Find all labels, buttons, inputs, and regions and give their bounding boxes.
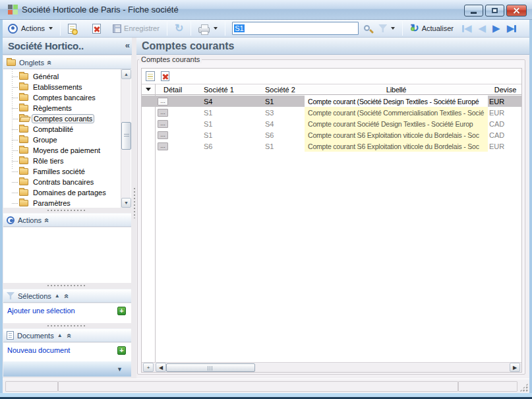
scroll-down-button[interactable]: ▼ <box>121 198 131 208</box>
cell-libelle: Compte courant Société Design Textiles -… <box>305 118 488 129</box>
detail-ellipsis-button[interactable]: ... <box>158 109 168 117</box>
actions-menu-button[interactable]: Actions <box>18 23 56 34</box>
sidebar-title-bar: Société Hortico.. « <box>3 38 132 55</box>
cell-devise: CAD <box>488 118 521 129</box>
sidebar-item-contrats-bancaires[interactable]: Contrats bancaires <box>3 177 131 187</box>
table-row[interactable]: ... S4 S1 Compte courant (Société Design… <box>142 96 521 107</box>
sidebar-item-familles-societe[interactable]: Familles société <box>3 166 131 177</box>
sidebar-item-comptabilite[interactable]: Comptabilité <box>3 124 131 135</box>
nav-previous-button[interactable]: ◀ <box>479 24 487 33</box>
folder-icon <box>19 168 28 175</box>
resize-grip[interactable] <box>519 383 528 392</box>
column-header-societe1[interactable]: Société 1 <box>197 86 260 94</box>
documents-body: Nouveau document + <box>3 343 131 357</box>
sidebar-item-domaines-de-partages[interactable]: Domaines de partages <box>3 187 131 198</box>
column-header-societe2[interactable]: Société 2 <box>260 86 305 94</box>
save-button[interactable]: Enregistrer <box>109 23 163 34</box>
splitter-handle[interactable] <box>47 285 86 286</box>
scrollbar-thumb[interactable] <box>121 122 131 150</box>
refresh-button[interactable]: ↻ <box>171 22 187 34</box>
sidebar-item-groupe[interactable]: Groupe <box>3 135 131 145</box>
row-indicator-header[interactable] <box>142 88 155 91</box>
window-title: Société Horticole de Paris - Fiche socié… <box>22 5 179 15</box>
status-panel-middle <box>58 381 458 392</box>
scrollbar-thumb[interactable] <box>166 363 255 372</box>
onglets-section-header[interactable]: Onglets « <box>3 55 131 69</box>
cell-societe1: S1 <box>197 118 260 129</box>
open-folder-icon <box>19 115 28 122</box>
cell-societe1: S4 <box>197 96 260 107</box>
sidebar-item-reglements[interactable]: Règlements <box>3 103 131 113</box>
splitter-handle[interactable] <box>47 325 86 326</box>
table-row[interactable]: ... S6 S1 Compte courant S6 Exploitation… <box>142 140 521 152</box>
sidebar-item-comptes-courants[interactable]: Comptes courants <box>3 113 131 124</box>
cell-devise: EUR <box>488 96 521 107</box>
collapse-section-icon[interactable]: « <box>42 218 51 222</box>
collapse-section-icon[interactable]: « <box>62 293 71 298</box>
filter-icon <box>378 24 387 32</box>
documents-section-header[interactable]: Documents ▲ « <box>3 328 131 342</box>
table-row[interactable]: ... S1 S3 Compte courant (Société Commer… <box>142 107 521 118</box>
grid-delete-row-button[interactable] <box>161 71 169 81</box>
sidebar-overflow-bar[interactable]: ▼ <box>3 361 131 377</box>
sidebar-collapse-button[interactable]: « <box>125 40 130 50</box>
add-row-button[interactable]: + <box>143 363 154 372</box>
toolbar-separator <box>191 21 191 36</box>
page-title: Comptes courants <box>142 40 234 52</box>
table-row[interactable]: ... S1 S6 Compte courant S6 Exploitation… <box>142 129 521 140</box>
detail-ellipsis-button[interactable]: ... <box>158 120 168 128</box>
scroll-left-button[interactable]: ◀ <box>156 363 166 372</box>
column-header-detail[interactable]: Détail <box>155 86 197 94</box>
tree-scrollbar[interactable]: ▲ ▼ <box>121 69 131 208</box>
nav-next-button[interactable]: ▶ <box>492 24 500 33</box>
scroll-up-button[interactable]: ▲ <box>121 69 131 79</box>
collapse-section-icon[interactable]: « <box>65 333 74 338</box>
selections-body: Ajouter une sélection + <box>3 303 131 318</box>
detail-ellipsis-button[interactable]: ... <box>158 142 168 150</box>
grid-new-row-button[interactable] <box>146 71 155 81</box>
close-button[interactable] <box>506 5 527 16</box>
nav-last-button[interactable]: ▶ <box>507 24 517 33</box>
sidebar-item-comptes-bancaires[interactable]: Comptes bancaires <box>3 92 131 103</box>
search-input[interactable]: S1 <box>232 22 359 35</box>
print-button[interactable] <box>195 23 221 34</box>
groupbox-label: Comptes courants <box>139 55 202 63</box>
filter-button[interactable] <box>371 23 398 34</box>
cell-devise: CAD <box>488 129 521 140</box>
window-border-left <box>0 20 3 399</box>
folder-icon <box>19 137 28 143</box>
search-icon[interactable] <box>364 25 370 31</box>
column-header-devise[interactable]: Devise <box>488 86 521 94</box>
new-record-button[interactable] <box>65 22 80 35</box>
new-record-icon <box>68 24 76 34</box>
cell-societe2: S6 <box>260 129 305 140</box>
sidebar-splitter[interactable] <box>132 38 136 379</box>
restore-button[interactable] <box>485 5 504 16</box>
scroll-right-button[interactable]: ▶ <box>510 363 520 372</box>
sidebar-item-etablissements[interactable]: Etablissements <box>3 82 131 92</box>
detail-ellipsis-button[interactable]: ... <box>158 131 168 139</box>
new-document-link[interactable]: Nouveau document <box>7 346 117 354</box>
new-document-plus-button[interactable]: + <box>117 346 126 355</box>
horizontal-scrollbar[interactable]: + ◀ ▶ <box>142 362 521 372</box>
table-row[interactable]: ... S1 S4 Compte courant Société Design … <box>142 118 521 129</box>
delete-record-button[interactable] <box>89 22 104 35</box>
actions-section-header[interactable]: Actions « <box>3 213 131 227</box>
splitter-handle[interactable] <box>47 210 86 211</box>
sidebar-item-general[interactable]: Général <box>3 71 131 82</box>
column-header-libelle[interactable]: Libellé <box>305 86 488 94</box>
sidebar-item-moyens-de-paiement[interactable]: Moyens de paiement <box>3 145 131 156</box>
actualiser-button[interactable]: ↻ Actualiser <box>407 22 457 34</box>
add-selection-plus-button[interactable]: + <box>117 307 126 315</box>
main-panel: Comptes courants Comptes courants Détail… <box>136 38 529 379</box>
sidebar-item-parametres[interactable]: Paramètres <box>3 198 131 208</box>
collapse-section-icon[interactable]: « <box>45 60 54 65</box>
add-selection-link[interactable]: Ajouter une sélection <box>7 307 117 315</box>
nav-first-button[interactable]: ◀ <box>462 24 472 33</box>
selections-section-header[interactable]: Sélections ▲ « <box>3 289 131 303</box>
cell-devise: EUR <box>488 140 521 152</box>
minimize-button[interactable] <box>464 5 483 16</box>
detail-ellipsis-button[interactable]: ... <box>158 98 168 106</box>
actions-section-body <box>3 228 131 283</box>
sidebar-item-role-tiers[interactable]: Rôle tiers <box>3 156 131 166</box>
